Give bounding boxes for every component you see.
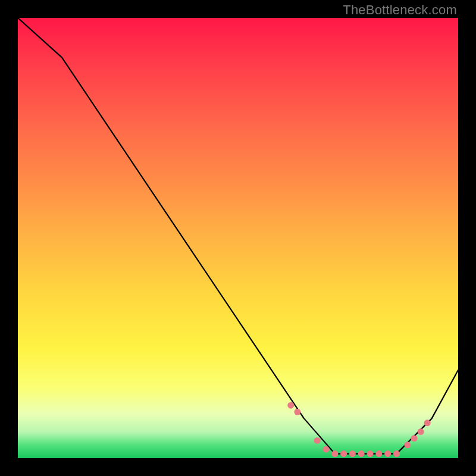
curve-path-group bbox=[18, 18, 458, 454]
marker-dot bbox=[294, 409, 300, 415]
marker-dot bbox=[340, 450, 347, 457]
marker-dot bbox=[314, 437, 321, 444]
marker-dot bbox=[323, 446, 330, 453]
marker-dot bbox=[411, 435, 418, 441]
marker-dot bbox=[349, 450, 356, 457]
curve-path bbox=[18, 18, 458, 454]
marker-dot bbox=[287, 402, 294, 409]
plot-area bbox=[18, 18, 458, 458]
marker-dot bbox=[424, 419, 431, 426]
marker-dot bbox=[375, 450, 382, 457]
marker-dot bbox=[367, 450, 374, 457]
plot-svg bbox=[18, 18, 458, 458]
marker-dot bbox=[393, 450, 400, 457]
marker-dot bbox=[418, 428, 424, 435]
marker-group bbox=[287, 402, 430, 457]
marker-dot bbox=[404, 441, 411, 448]
watermark-text: TheBottleneck.com bbox=[343, 2, 457, 18]
chart-frame: TheBottleneck.com bbox=[0, 0, 476, 476]
marker-dot bbox=[384, 450, 391, 457]
marker-dot bbox=[331, 450, 338, 457]
marker-dot bbox=[358, 450, 365, 457]
